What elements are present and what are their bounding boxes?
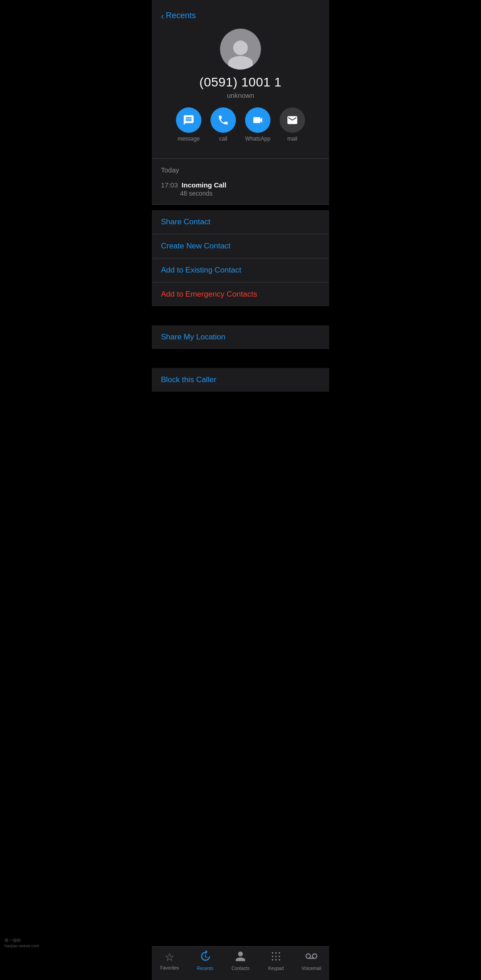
call-log-section: Today 17:03 Incoming Call 48 seconds: [152, 159, 329, 204]
block-caller-section: Block this Caller: [152, 368, 329, 392]
action-buttons: message call WhatsApp: [176, 107, 305, 149]
gap-1: [152, 306, 329, 320]
message-action-button[interactable]: message: [176, 107, 201, 142]
whatsapp-icon-circle: [245, 107, 271, 133]
contact-label: unknown: [227, 91, 254, 99]
back-chevron-icon: ‹: [161, 11, 164, 20]
message-label: message: [178, 136, 200, 142]
message-icon-circle: [176, 107, 201, 133]
whatsapp-label: WhatsApp: [245, 136, 270, 142]
call-action-button[interactable]: call: [210, 107, 236, 142]
share-my-location-label: Share My Location: [161, 333, 225, 341]
gap-2: [152, 349, 329, 363]
mail-action-button[interactable]: mail: [280, 107, 305, 142]
share-contact-item[interactable]: Share Contact: [152, 210, 329, 234]
add-to-existing-contact-item[interactable]: Add to Existing Contact: [152, 258, 329, 283]
back-label: Recents: [166, 11, 196, 20]
call-time: 17:03: [161, 181, 178, 189]
create-new-contact-label: Create New Contact: [161, 242, 230, 250]
block-this-caller-item[interactable]: Block this Caller: [152, 368, 329, 392]
mail-label: mail: [287, 136, 297, 142]
call-label: call: [219, 136, 227, 142]
contact-phone: (0591) 1001 1: [200, 75, 282, 90]
list-section: Share Contact Create New Contact Add to …: [152, 210, 329, 306]
add-to-emergency-contacts-label: Add to Emergency Contacts: [161, 290, 257, 298]
mail-icon-circle: [280, 107, 305, 133]
call-icon: [217, 114, 229, 126]
gap-3: [152, 392, 329, 405]
contact-section: (0591) 1001 1 unknown message call: [152, 24, 329, 158]
call-type: Incoming Call: [182, 181, 226, 189]
top-section: ‹ Recents: [152, 0, 329, 24]
share-contact-label: Share Contact: [161, 217, 210, 226]
call-time-row: 17:03 Incoming Call: [161, 181, 320, 189]
call-icon-circle: [210, 107, 236, 133]
back-button[interactable]: ‹ Recents: [161, 7, 320, 24]
message-icon: [183, 114, 195, 126]
call-duration: 48 seconds: [161, 190, 320, 197]
share-location-section: Share My Location: [152, 325, 329, 349]
avatar-person-icon: [220, 29, 261, 70]
add-to-emergency-contacts-item[interactable]: Add to Emergency Contacts: [152, 283, 329, 306]
call-log-date: Today: [161, 166, 320, 174]
share-my-location-item[interactable]: Share My Location: [152, 325, 329, 349]
divider-2: [152, 204, 329, 205]
avatar: [220, 29, 261, 70]
whatsapp-video-icon: [252, 114, 264, 126]
add-to-existing-contact-label: Add to Existing Contact: [161, 266, 241, 274]
mail-icon: [286, 114, 298, 126]
bottom-spacer: [152, 405, 329, 446]
block-this-caller-label: Block this Caller: [161, 375, 216, 384]
call-entry: 17:03 Incoming Call 48 seconds: [161, 177, 320, 204]
whatsapp-action-button[interactable]: WhatsApp: [245, 107, 271, 142]
create-new-contact-item[interactable]: Create New Contact: [152, 234, 329, 258]
